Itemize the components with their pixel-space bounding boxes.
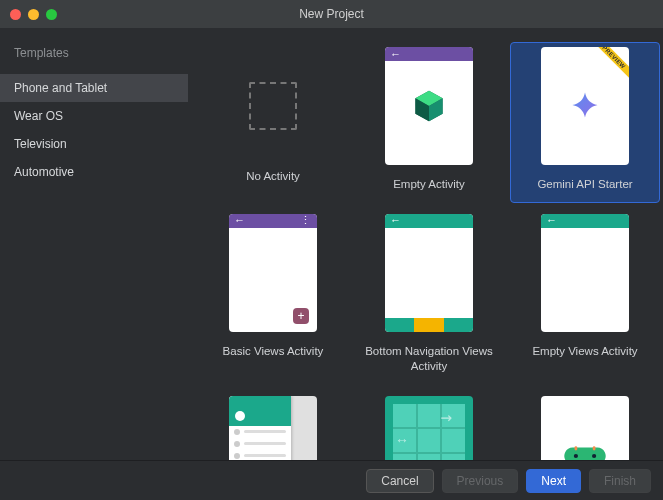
template-responsive-views[interactable]: ↔ ↗	[354, 391, 504, 460]
drawer-header-icon	[229, 396, 291, 426]
template-thumbnail	[229, 396, 317, 460]
sidebar-item-label: Automotive	[14, 165, 74, 179]
template-thumbnail: ←⋮ +	[229, 214, 317, 332]
back-arrow-icon: ←	[390, 215, 400, 226]
gemini-star-icon	[571, 91, 599, 119]
template-label: Empty Views Activity	[515, 340, 655, 365]
bottom-nav-icon	[385, 318, 473, 332]
avatar-icon	[235, 411, 245, 421]
overflow-menu-icon: ⋮	[300, 214, 312, 227]
app-bar-icon: ←⋮	[229, 214, 317, 228]
zoom-window-button[interactable]	[46, 9, 57, 20]
empty-placeholder-icon	[249, 82, 297, 130]
template-basic-views-activity[interactable]: ←⋮ + Basic Views Activity	[198, 209, 348, 385]
sidebar-item-phone-and-tablet[interactable]: Phone and Tablet	[0, 74, 188, 102]
template-gemini-api-starter[interactable]: PREVIEW Gemini API Starter	[510, 42, 660, 203]
sidebar-item-television[interactable]: Television	[0, 130, 188, 158]
template-thumbnail: ↔ ↗	[385, 396, 473, 460]
svg-rect-6	[575, 446, 578, 450]
arrow-left-icon: ↔	[395, 432, 409, 448]
template-label: Empty Activity	[359, 173, 499, 198]
preview-badge: PREVIEW	[588, 47, 629, 83]
template-thumbnail: ←	[385, 214, 473, 332]
template-thumbnail: ←	[385, 47, 473, 165]
cancel-button[interactable]: Cancel	[366, 469, 433, 493]
app-bar-icon: ←	[385, 214, 473, 228]
template-label: Gemini API Starter	[515, 173, 655, 198]
compose-cube-icon	[412, 89, 446, 123]
template-thumbnail	[203, 47, 343, 165]
template-gallery: No Activity ← Empty Activity	[188, 28, 663, 460]
minimize-window-button[interactable]	[28, 9, 39, 20]
titlebar: New Project	[0, 0, 663, 28]
svg-point-4	[574, 454, 578, 458]
sidebar-item-wear-os[interactable]: Wear OS	[0, 102, 188, 130]
game-controller-icon	[563, 442, 607, 460]
sidebar-item-label: Television	[14, 137, 67, 151]
template-label: Basic Views Activity	[203, 340, 343, 365]
sidebar-header: Templates	[0, 38, 188, 74]
sidebar-item-automotive[interactable]: Automotive	[0, 158, 188, 186]
back-arrow-icon: ←	[234, 215, 244, 226]
template-game-activity[interactable]	[510, 391, 660, 460]
sidebar-item-label: Phone and Tablet	[14, 81, 107, 95]
sidebar: Templates Phone and Tablet Wear OS Telev…	[0, 28, 188, 460]
close-window-button[interactable]	[10, 9, 21, 20]
fab-icon: +	[293, 308, 309, 324]
back-arrow-icon: ←	[546, 215, 556, 226]
app-bar-icon: ←	[385, 47, 473, 61]
template-bottom-navigation-views-activity[interactable]: ← Bottom Navigation Views Activity	[354, 209, 504, 385]
svg-rect-7	[593, 446, 596, 450]
template-thumbnail: ←	[541, 214, 629, 332]
template-navigation-drawer[interactable]	[198, 391, 348, 460]
sidebar-item-label: Wear OS	[14, 109, 63, 123]
next-button[interactable]: Next	[526, 469, 581, 493]
responsive-grid-icon: ↔ ↗	[393, 404, 465, 460]
finish-button: Finish	[589, 469, 651, 493]
window-title: New Project	[0, 7, 663, 21]
template-label: No Activity	[203, 165, 343, 190]
previous-button: Previous	[442, 469, 519, 493]
template-thumbnail	[541, 396, 629, 460]
back-arrow-icon: ←	[390, 49, 400, 60]
wizard-footer: Cancel Previous Next Finish	[0, 460, 663, 500]
template-empty-activity[interactable]: ← Empty Activity	[354, 42, 504, 203]
template-thumbnail: PREVIEW	[541, 47, 629, 165]
app-bar-icon: ←	[541, 214, 629, 228]
template-no-activity[interactable]: No Activity	[198, 42, 348, 203]
template-empty-views-activity[interactable]: ← Empty Views Activity	[510, 209, 660, 385]
template-label: Bottom Navigation Views Activity	[359, 340, 499, 380]
svg-point-5	[592, 454, 596, 458]
window-controls	[0, 9, 57, 20]
